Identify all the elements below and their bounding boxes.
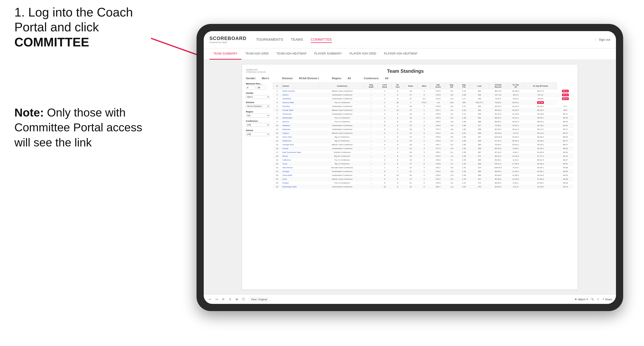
table-row[interactable]: 1North CarolinaAtlantic Coast Conference… [273, 89, 574, 93]
cell-10-1[interactable]: Arkansas [281, 128, 320, 131]
gender-select[interactable]: Men's ▾ [246, 95, 270, 99]
cell-1-1[interactable]: Auburn [281, 93, 320, 97]
table-row[interactable]: 2AuburnSoutheastern Conference–19276273.… [273, 93, 574, 97]
table-row[interactable]: 19CaliforniaPac-12 Conference–48242278.2… [273, 158, 574, 162]
table-row[interactable]: 11ArkansasSoutheastern Conference–682332… [273, 128, 574, 131]
cell-21-1[interactable]: Georgia [281, 170, 320, 173]
division-select[interactable]: NCAA Division I ▾ [246, 104, 270, 108]
table-row[interactable]: 24DukeAtlantic Coast Conference–59271279… [273, 177, 574, 181]
cell-23-1[interactable]: Duke [281, 177, 320, 181]
redo-icon[interactable]: ↪ [214, 297, 219, 302]
cell-0-5: 9 [392, 89, 404, 93]
table-row[interactable]: 9ArizonaPac-12 Conference–38222278.0-4.6… [273, 120, 574, 124]
cell-24-11: 271 [470, 181, 489, 185]
info-icon[interactable]: ⓘ [241, 297, 246, 302]
sign-out-button[interactable]: Sign out [599, 38, 610, 41]
cell-25-1[interactable]: Mississippi State [281, 185, 320, 189]
cell-8-1[interactable]: Arizona [281, 120, 320, 124]
share-button[interactable]: ↗ Share [602, 298, 612, 301]
cell-24-14: 23-33-1 [524, 181, 557, 185]
min-rounds-max-input[interactable] [256, 86, 266, 89]
cell-12-1[interactable]: Texas Tech [281, 135, 320, 139]
sub-nav-player-summary[interactable]: PLAYER SUMMARY [310, 48, 346, 60]
table-row[interactable]: 6Florida StateAtlantic Coast Conference–… [273, 108, 574, 112]
copy-icon[interactable]: ⎘ [228, 297, 232, 302]
cell-11-1[interactable]: Virginia [281, 131, 320, 135]
cell-17-1[interactable]: Illinois [281, 154, 320, 158]
sub-nav-player-h2h-heatmap[interactable]: PLAYER H2H HEATMAP [380, 48, 421, 60]
table-row[interactable]: 22GeorgiaSoutheastern Conference–8721127… [273, 170, 574, 173]
table-row[interactable]: 3VanderbiltSoutheastern Conference–28276… [273, 97, 574, 101]
cell-7-1[interactable]: Washington [281, 116, 320, 120]
table-row[interactable]: 5Ole MissSoutheastern Conference–3618127… [273, 105, 574, 108]
nav-committee[interactable]: COMMITTEE [311, 37, 332, 43]
cell-9-7: 3 [418, 124, 431, 128]
table-row[interactable]: 15Georgia TechAtlantic Coast Conference–… [273, 143, 574, 147]
table-row[interactable]: 25OregonPac-12 Conference–59210279.5-3.1… [273, 181, 574, 185]
cell-1-11: 260 [470, 93, 489, 97]
cell-25-2: Southeastern Conference [320, 185, 364, 189]
cell-6-1[interactable]: Tennessee [281, 112, 320, 116]
cell-4-0: 5 [273, 105, 282, 108]
undo-icon[interactable]: ↩ [208, 297, 212, 302]
cell-16-11: 267 [470, 151, 489, 154]
cell-19-0: 20 [273, 162, 282, 166]
table-row[interactable]: 14OklahomaBig 12 Conference–24242276.6-3… [273, 139, 574, 143]
cell-14-14: 44-24-1 [524, 143, 557, 147]
table-row[interactable]: 10AlabamaSoutheastern Conference–5823327… [273, 124, 574, 128]
cell-16-6: 24 [404, 151, 418, 154]
cell-18-1[interactable]: California [281, 158, 320, 162]
sub-nav-team-h2h-heatmap[interactable]: TEAM H2H HEATMAP [272, 48, 310, 60]
expand-button[interactable]: ⤢ [597, 298, 599, 301]
add-icon[interactable]: ⊕ [234, 297, 239, 302]
cell-14-1[interactable]: Georgia Tech [281, 143, 320, 147]
cell-4-11: 262 [470, 105, 489, 108]
table-row[interactable]: 8WashingtonPac-12 Conference–28231276.3-… [273, 116, 574, 120]
cell-16-4: – [378, 151, 392, 154]
table-row[interactable]: 20TexasBig 12 Conference–38270278.6-3.71… [273, 162, 574, 166]
cell-20-1[interactable]: New Mexico [281, 166, 320, 170]
cell-19-1[interactable]: Texas [281, 162, 320, 166]
sub-nav-player-h2h-grid[interactable]: PLAYER H2H GRID [346, 48, 380, 60]
nav-tournaments[interactable]: TOURNAMENTS [256, 37, 283, 43]
cell-4-1[interactable]: Ole Miss [281, 105, 320, 108]
region-select[interactable]: N/A ▾ [246, 114, 270, 118]
table-row[interactable]: 18IllinoisBig Ten Conference–18232279.1-… [273, 154, 574, 158]
school-select[interactable]: (All) ▾ [246, 132, 270, 136]
sub-nav-team-summary[interactable]: TEAM SUMMARY [210, 48, 241, 60]
cell-18-3: – [364, 158, 378, 162]
min-rounds-min-input[interactable] [246, 86, 256, 89]
table-row[interactable]: 12VirginiaAtlantic Coast Conference–3421… [273, 131, 574, 135]
table-row[interactable]: 4Arizona StatePac-12 Conference–1261274.… [273, 101, 574, 105]
conference-select[interactable]: (All) ▾ [246, 123, 270, 127]
cell-5-9: -4.4 [446, 108, 458, 112]
sub-nav-team-h2h-grid[interactable]: TEAM H2H GRID [241, 48, 272, 60]
table-row[interactable]: 17East Tennessee StateSouthern Conferenc… [273, 151, 574, 154]
cell-2-1[interactable]: Vanderbilt [281, 97, 320, 101]
cell-16-1[interactable]: East Tennessee State [281, 151, 320, 154]
cell-24-1[interactable]: Oregon [281, 181, 320, 185]
cell-8-9: -4.6 [446, 120, 458, 124]
cell-9-1[interactable]: Alabama [281, 124, 320, 128]
cell-15-1[interactable]: Florida [281, 147, 320, 151]
table-row[interactable]: 21New MexicoMountain West Conference–192… [273, 166, 574, 170]
expand-icon: ⤢ [597, 298, 599, 301]
cell-3-1[interactable]: Arizona State [281, 101, 320, 105]
cell-13-1[interactable]: Oklahoma [281, 139, 320, 143]
nav-teams[interactable]: TEAMS [291, 37, 303, 43]
clip-button[interactable]: 📎 [591, 298, 594, 301]
cell-22-1[interactable]: Texas A&M [281, 173, 320, 177]
col-no-tour: NoTour [392, 83, 404, 89]
table-row[interactable]: 13Texas TechBig 12 Conference–19272276.0… [273, 135, 574, 139]
refresh-icon[interactable]: ⟳ [221, 297, 226, 302]
table-row[interactable]: 23Texas A&MSoutheastern Conference–91030… [273, 173, 574, 177]
table-row[interactable]: 7TennesseeSoutheastern Conference–461822… [273, 112, 574, 116]
cell-18-5: 8 [392, 158, 404, 162]
cell-0-1[interactable]: North Carolina [281, 89, 320, 93]
table-row[interactable]: 26Mississippi StateSoutheastern Conferen… [273, 185, 574, 189]
view-original-button[interactable]: View: Original [249, 297, 270, 302]
cell-2-11: 203 [470, 97, 489, 101]
cell-5-1[interactable]: Florida State [281, 108, 320, 112]
table-row[interactable]: 16FloridaSoutheastern Conference–7924427… [273, 147, 574, 151]
watch-button[interactable]: 👁 Watch ▾ [574, 298, 588, 301]
